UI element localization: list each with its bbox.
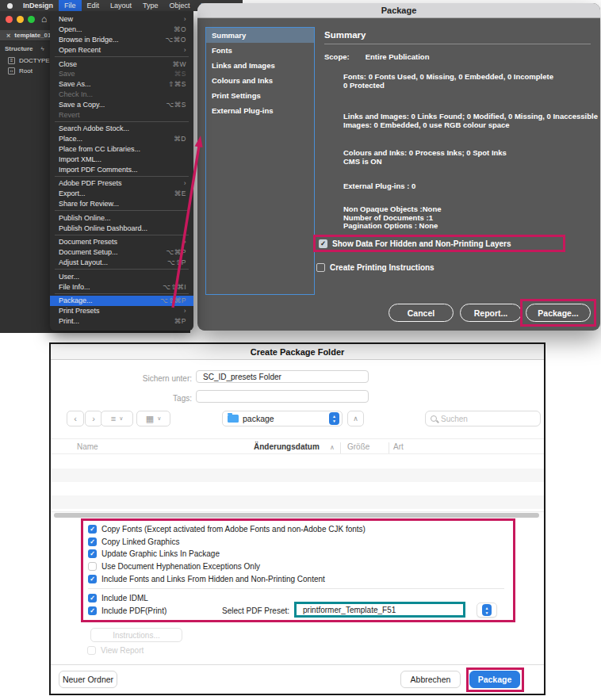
menubar-item-indesign[interactable]: InDesign xyxy=(17,0,59,11)
package-button[interactable]: Package xyxy=(469,671,520,688)
menu-item-close[interactable]: Close⌘W xyxy=(50,59,193,69)
pdf-preset-dropdown[interactable]: printformer_Template_F51 xyxy=(294,602,465,618)
report-button[interactable]: Report... xyxy=(460,304,522,322)
menu-item-search-adobe-stock[interactable]: Search Adobe Stock... xyxy=(50,124,193,134)
show-data-checkbox[interactable]: ✓ xyxy=(319,239,327,248)
menubar-item-edit[interactable]: Edit xyxy=(82,0,105,11)
menu-item-place[interactable]: Place...⌘D xyxy=(50,134,193,144)
package-options-group1: ✓Copy Fonts (Except activated from Adobe… xyxy=(83,523,513,585)
back-button[interactable]: ‹ xyxy=(67,411,84,427)
sidebar-item-external-plug-ins[interactable]: External Plug-ins xyxy=(206,103,314,118)
column-size[interactable]: Größe xyxy=(347,442,369,451)
menu-item-document-setup[interactable]: Document Setup...⌥⌘P xyxy=(50,247,193,258)
menu-item-package[interactable]: Package...⌥⇧⌘P xyxy=(50,296,193,306)
home-icon[interactable]: ⌂ xyxy=(41,13,47,25)
menu-item-import-pdf-comments[interactable]: Import PDF Comments... xyxy=(50,164,193,174)
list-view-button[interactable]: ≡ ∨ xyxy=(101,411,133,427)
menu-item-save[interactable]: Save⌘S xyxy=(50,69,193,79)
package-button[interactable]: Package... xyxy=(526,304,591,322)
menu-shortcut: ⌥⇧⌘I xyxy=(163,283,186,291)
pdf-preset-stepper[interactable]: ▲ ▼ xyxy=(477,602,497,618)
menu-item-export[interactable]: Export...⌘E xyxy=(50,189,193,199)
menu-item-publish-online[interactable]: Publish Online... xyxy=(50,212,193,223)
menu-item-print[interactable]: Print...⌘P xyxy=(50,316,193,327)
sidebar-item-summary[interactable]: Summary xyxy=(206,28,314,43)
checkbox[interactable]: ✓ xyxy=(88,575,97,583)
sidebar-item-colours-and-inks[interactable]: Colours and Inks xyxy=(206,73,314,88)
menubar-item-file[interactable]: File xyxy=(59,0,82,11)
checkbox[interactable]: ✓ xyxy=(88,594,97,602)
menu-item-revert[interactable]: Revert xyxy=(50,109,193,120)
cancel-button[interactable]: Abbrechen xyxy=(400,671,461,688)
package-dialog-title: Package xyxy=(197,3,600,18)
menu-item-label: Save xyxy=(59,70,174,78)
menu-item-new[interactable]: New› xyxy=(50,14,193,25)
search-field[interactable] xyxy=(425,411,541,427)
minimize-window-icon[interactable] xyxy=(17,16,24,23)
checkbox[interactable]: ✓ xyxy=(88,549,97,558)
new-folder-button[interactable]: Neuer Ordner xyxy=(59,671,117,688)
stepper-icon[interactable]: ▲ ▼ xyxy=(329,412,339,425)
sidebar-item-fonts[interactable]: Fonts xyxy=(206,43,314,58)
close-tab-icon[interactable]: × xyxy=(6,32,10,40)
menu-item-check-in[interactable]: Check In... xyxy=(50,90,193,100)
menubar-item-object[interactable]: Object xyxy=(164,0,196,11)
search-input[interactable] xyxy=(441,415,528,423)
checkbox[interactable]: ✓ xyxy=(88,537,97,546)
sidebar-item-print-settings[interactable]: Print Settings xyxy=(206,88,314,103)
checkbox[interactable] xyxy=(88,562,97,571)
menu-item-label: New xyxy=(59,15,184,23)
tags-input[interactable] xyxy=(196,390,369,403)
checkbox[interactable]: ✓ xyxy=(88,525,97,534)
printing-instructions-checkbox[interactable] xyxy=(316,263,325,272)
summary-line: External Plug-ins : 0 xyxy=(343,182,415,191)
menu-item-open[interactable]: Open...⌘O xyxy=(50,25,193,35)
menu-item-label: Document Presets xyxy=(59,238,184,246)
scrollbar-thumb[interactable] xyxy=(54,513,539,518)
menu-item-label: Save As... xyxy=(59,80,168,88)
checkbox[interactable]: ✓ xyxy=(88,606,97,615)
column-name[interactable]: Name xyxy=(77,442,98,451)
column-kind[interactable]: Art xyxy=(393,442,404,451)
menu-item-save-as[interactable]: Save As...⇧⌘S xyxy=(50,79,193,90)
menu-item-user[interactable]: User... xyxy=(50,271,193,281)
menu-item-adobe-pdf-presets[interactable]: Adobe PDF Presets› xyxy=(50,178,193,189)
close-window-icon[interactable] xyxy=(6,16,13,23)
option-use-document-hyphenation-exceptions-only[interactable]: Use Document Hyphenation Exceptions Only xyxy=(83,560,513,573)
menu-item-file-info[interactable]: File Info...⌥⇧⌘I xyxy=(50,281,193,292)
grid-view-button[interactable]: ▦ ∨ xyxy=(136,411,170,427)
option-copy-linked-graphics[interactable]: ✓Copy Linked Graphics xyxy=(83,536,513,549)
forward-button[interactable]: › xyxy=(85,411,102,427)
horizontal-scrollbar xyxy=(51,511,544,518)
zoom-window-icon[interactable] xyxy=(28,16,35,23)
column-date[interactable]: Änderungsdatum xyxy=(254,442,320,451)
options-divider xyxy=(88,588,504,589)
view-report-row: View Report xyxy=(87,646,144,655)
menu-item-share-for-review[interactable]: Share for Review... xyxy=(50,199,193,209)
option-update-graphic-links-in-package[interactable]: ✓Update Graphic Links In Package xyxy=(83,548,513,560)
lightning-icon[interactable]: ϟ xyxy=(41,45,44,52)
collapse-button[interactable]: ∧ xyxy=(347,411,364,427)
search-icon xyxy=(431,415,437,422)
menubar-item-type[interactable]: Type xyxy=(137,0,164,11)
menu-item-publish-online-dashboard[interactable]: Publish Online Dashboard... xyxy=(50,223,193,233)
sidebar-item-links-and-images[interactable]: Links and Images xyxy=(206,58,314,73)
printing-instructions-label: Create Printing Instructions xyxy=(330,263,434,272)
location-dropdown[interactable]: package ▲ ▼ xyxy=(222,411,343,427)
menu-item-adjust-layout[interactable]: Adjust Layout...⌥⇧P xyxy=(50,258,193,268)
menu-item-open-recent[interactable]: Open Recent› xyxy=(50,44,193,55)
option-copy-fonts-except-activated-from-adobe-fonts-and-non-adobe-cjk-fonts[interactable]: ✓Copy Fonts (Except activated from Adobe… xyxy=(83,523,513,536)
menu-item-print-presets[interactable]: Print Presets› xyxy=(50,306,193,316)
menubar-item-layout[interactable]: Layout xyxy=(105,0,137,11)
option-include-fonts-and-links-from-hidden-and-non-printing-content[interactable]: ✓Include Fonts and Links From Hidden and… xyxy=(83,572,513,585)
save-as-input[interactable] xyxy=(196,370,369,383)
cancel-button[interactable]: Cancel xyxy=(389,304,454,322)
menu-item-document-presets[interactable]: Document Presets› xyxy=(50,237,193,247)
menu-item-place-from-cc-libraries[interactable]: Place from CC Libraries... xyxy=(50,144,193,155)
menu-item-browse-in-bridge[interactable]: Browse in Bridge...⌥⌘O xyxy=(50,35,193,45)
pdf-preset-label: Select PDF Preset: xyxy=(194,606,289,615)
menu-item-import-xml[interactable]: Import XML... xyxy=(50,154,193,164)
column-divider xyxy=(389,442,389,453)
apple-icon[interactable] xyxy=(7,3,13,9)
menu-item-save-a-copy[interactable]: Save a Copy...⌥⌘S xyxy=(50,99,193,109)
